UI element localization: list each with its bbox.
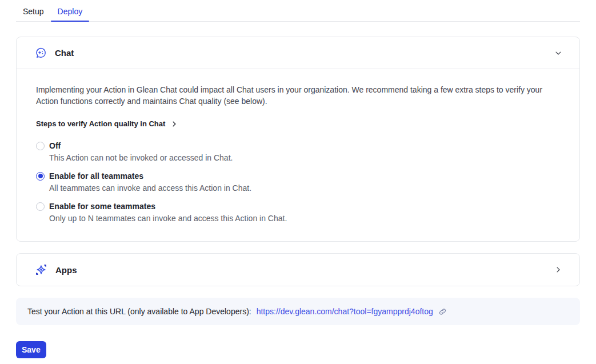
chat-card-body: Implementing your Action in Glean Chat c… bbox=[17, 69, 579, 241]
option-off-row[interactable]: Off bbox=[36, 141, 560, 150]
save-button[interactable]: Save bbox=[16, 341, 46, 358]
apps-card-title: Apps bbox=[55, 265, 77, 275]
apps-card: Apps bbox=[16, 253, 580, 286]
chat-card: Chat Implementing your Action in Glean C… bbox=[16, 37, 580, 242]
radio-off[interactable] bbox=[36, 142, 45, 150]
option-off-label: Off bbox=[49, 141, 61, 150]
test-url-bar: Test your Action at this URL (only avail… bbox=[16, 298, 580, 325]
chat-enable-options: Off This Action can not be invoked or ac… bbox=[36, 141, 560, 223]
chevron-right-icon[interactable] bbox=[554, 266, 562, 274]
chat-card-header[interactable]: Chat bbox=[17, 37, 579, 69]
tab-bar: Setup Deploy bbox=[16, 0, 580, 22]
chat-impact-description: Implementing your Action in Glean Chat c… bbox=[36, 84, 553, 107]
option-enable-all: Enable for all teammates All teammates c… bbox=[36, 171, 560, 193]
chat-card-title: Chat bbox=[55, 48, 74, 58]
option-enable-some-label: Enable for some teammates bbox=[49, 202, 155, 211]
radio-enable-all[interactable] bbox=[36, 172, 45, 181]
apps-glean-logo-icon bbox=[35, 263, 47, 276]
chain-link-icon[interactable] bbox=[438, 307, 447, 316]
radio-enable-some[interactable] bbox=[36, 202, 45, 211]
test-url-link[interactable]: https://dev.glean.com/chat?tool=fgyamppr… bbox=[257, 307, 433, 316]
option-enable-all-row[interactable]: Enable for all teammates bbox=[36, 171, 560, 181]
chevron-down-icon[interactable] bbox=[554, 49, 562, 57]
option-off: Off This Action can not be invoked or ac… bbox=[36, 141, 560, 162]
apps-card-header[interactable]: Apps bbox=[17, 254, 579, 286]
tab-setup[interactable]: Setup bbox=[16, 3, 51, 21]
steps-to-verify-link[interactable]: Steps to verify Action quality in Chat bbox=[36, 119, 178, 128]
option-enable-some-row[interactable]: Enable for some teammates bbox=[36, 202, 560, 211]
option-enable-some: Enable for some teammates Only up to N t… bbox=[36, 202, 560, 223]
chevron-right-icon bbox=[171, 121, 178, 127]
chat-icon bbox=[35, 47, 47, 59]
test-url-label: Test your Action at this URL (only avail… bbox=[27, 307, 251, 316]
option-enable-all-label: Enable for all teammates bbox=[49, 171, 143, 181]
deploy-page: Setup Deploy Chat Implementing your Acti bbox=[0, 0, 596, 358]
option-enable-some-description: Only up to N teammates can invoke and ac… bbox=[49, 214, 560, 223]
steps-link-label: Steps to verify Action quality in Chat bbox=[36, 119, 165, 128]
option-enable-all-description: All teammates can invoke and access this… bbox=[49, 183, 560, 193]
tab-deploy[interactable]: Deploy bbox=[51, 3, 90, 21]
option-off-description: This Action can not be invoked or access… bbox=[49, 153, 560, 162]
